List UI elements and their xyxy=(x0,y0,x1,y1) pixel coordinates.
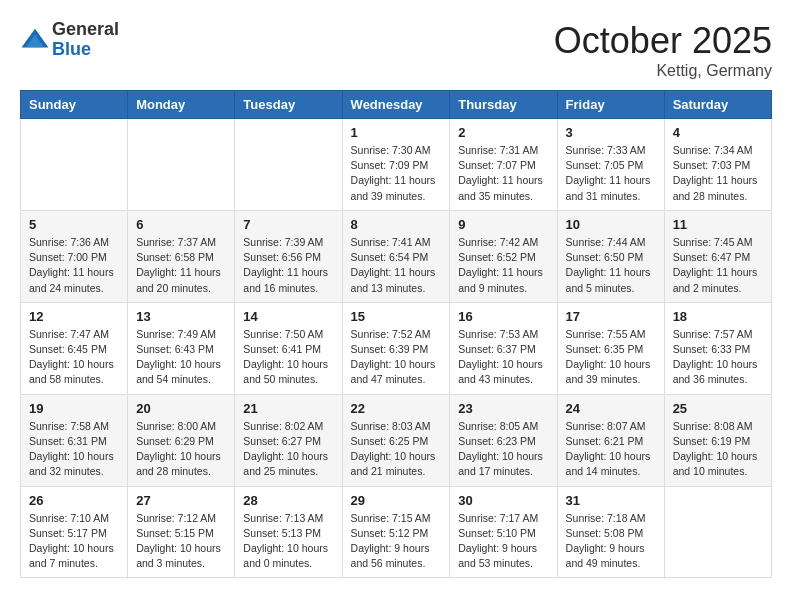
day-info: Sunrise: 7:18 AM Sunset: 5:08 PM Dayligh… xyxy=(566,511,656,572)
day-number: 9 xyxy=(458,217,548,232)
day-info: Sunrise: 8:02 AM Sunset: 6:27 PM Dayligh… xyxy=(243,419,333,480)
logo-icon xyxy=(20,25,50,55)
day-info: Sunrise: 7:45 AM Sunset: 6:47 PM Dayligh… xyxy=(673,235,763,296)
calendar-cell: 7Sunrise: 7:39 AM Sunset: 6:56 PM Daylig… xyxy=(235,210,342,302)
calendar-cell xyxy=(664,486,771,578)
day-number: 11 xyxy=(673,217,763,232)
day-number: 27 xyxy=(136,493,226,508)
calendar-week-row: 26Sunrise: 7:10 AM Sunset: 5:17 PM Dayli… xyxy=(21,486,772,578)
logo: General Blue xyxy=(20,20,119,60)
calendar-cell: 6Sunrise: 7:37 AM Sunset: 6:58 PM Daylig… xyxy=(128,210,235,302)
day-info: Sunrise: 7:52 AM Sunset: 6:39 PM Dayligh… xyxy=(351,327,442,388)
day-info: Sunrise: 7:41 AM Sunset: 6:54 PM Dayligh… xyxy=(351,235,442,296)
day-info: Sunrise: 7:13 AM Sunset: 5:13 PM Dayligh… xyxy=(243,511,333,572)
logo-blue: Blue xyxy=(52,40,119,60)
day-info: Sunrise: 7:53 AM Sunset: 6:37 PM Dayligh… xyxy=(458,327,548,388)
calendar-cell: 9Sunrise: 7:42 AM Sunset: 6:52 PM Daylig… xyxy=(450,210,557,302)
title-block: October 2025 Kettig, Germany xyxy=(554,20,772,80)
day-number: 1 xyxy=(351,125,442,140)
location: Kettig, Germany xyxy=(554,62,772,80)
calendar-cell: 26Sunrise: 7:10 AM Sunset: 5:17 PM Dayli… xyxy=(21,486,128,578)
day-number: 5 xyxy=(29,217,119,232)
weekday-header: Friday xyxy=(557,91,664,119)
calendar-week-row: 12Sunrise: 7:47 AM Sunset: 6:45 PM Dayli… xyxy=(21,302,772,394)
calendar-cell: 3Sunrise: 7:33 AM Sunset: 7:05 PM Daylig… xyxy=(557,119,664,211)
day-info: Sunrise: 7:37 AM Sunset: 6:58 PM Dayligh… xyxy=(136,235,226,296)
day-number: 31 xyxy=(566,493,656,508)
day-number: 15 xyxy=(351,309,442,324)
day-number: 30 xyxy=(458,493,548,508)
day-number: 21 xyxy=(243,401,333,416)
calendar-cell: 27Sunrise: 7:12 AM Sunset: 5:15 PM Dayli… xyxy=(128,486,235,578)
day-number: 10 xyxy=(566,217,656,232)
logo-general: General xyxy=(52,20,119,40)
day-number: 20 xyxy=(136,401,226,416)
day-info: Sunrise: 7:34 AM Sunset: 7:03 PM Dayligh… xyxy=(673,143,763,204)
day-number: 17 xyxy=(566,309,656,324)
calendar-cell xyxy=(128,119,235,211)
day-number: 7 xyxy=(243,217,333,232)
calendar-cell: 28Sunrise: 7:13 AM Sunset: 5:13 PM Dayli… xyxy=(235,486,342,578)
day-number: 6 xyxy=(136,217,226,232)
day-info: Sunrise: 7:36 AM Sunset: 7:00 PM Dayligh… xyxy=(29,235,119,296)
calendar-cell: 15Sunrise: 7:52 AM Sunset: 6:39 PM Dayli… xyxy=(342,302,450,394)
calendar-cell: 5Sunrise: 7:36 AM Sunset: 7:00 PM Daylig… xyxy=(21,210,128,302)
day-number: 24 xyxy=(566,401,656,416)
day-info: Sunrise: 7:50 AM Sunset: 6:41 PM Dayligh… xyxy=(243,327,333,388)
calendar-cell: 8Sunrise: 7:41 AM Sunset: 6:54 PM Daylig… xyxy=(342,210,450,302)
day-info: Sunrise: 7:44 AM Sunset: 6:50 PM Dayligh… xyxy=(566,235,656,296)
calendar-cell: 11Sunrise: 7:45 AM Sunset: 6:47 PM Dayli… xyxy=(664,210,771,302)
day-info: Sunrise: 8:00 AM Sunset: 6:29 PM Dayligh… xyxy=(136,419,226,480)
calendar-cell: 18Sunrise: 7:57 AM Sunset: 6:33 PM Dayli… xyxy=(664,302,771,394)
day-info: Sunrise: 7:58 AM Sunset: 6:31 PM Dayligh… xyxy=(29,419,119,480)
calendar-cell: 14Sunrise: 7:50 AM Sunset: 6:41 PM Dayli… xyxy=(235,302,342,394)
day-number: 14 xyxy=(243,309,333,324)
day-number: 29 xyxy=(351,493,442,508)
calendar-cell: 23Sunrise: 8:05 AM Sunset: 6:23 PM Dayli… xyxy=(450,394,557,486)
day-info: Sunrise: 7:30 AM Sunset: 7:09 PM Dayligh… xyxy=(351,143,442,204)
day-info: Sunrise: 8:08 AM Sunset: 6:19 PM Dayligh… xyxy=(673,419,763,480)
day-info: Sunrise: 8:07 AM Sunset: 6:21 PM Dayligh… xyxy=(566,419,656,480)
day-number: 22 xyxy=(351,401,442,416)
calendar-cell: 13Sunrise: 7:49 AM Sunset: 6:43 PM Dayli… xyxy=(128,302,235,394)
calendar-cell: 21Sunrise: 8:02 AM Sunset: 6:27 PM Dayli… xyxy=(235,394,342,486)
day-number: 12 xyxy=(29,309,119,324)
weekday-header: Monday xyxy=(128,91,235,119)
day-info: Sunrise: 7:15 AM Sunset: 5:12 PM Dayligh… xyxy=(351,511,442,572)
calendar-cell: 25Sunrise: 8:08 AM Sunset: 6:19 PM Dayli… xyxy=(664,394,771,486)
calendar-cell xyxy=(21,119,128,211)
calendar-cell: 10Sunrise: 7:44 AM Sunset: 6:50 PM Dayli… xyxy=(557,210,664,302)
weekday-header: Tuesday xyxy=(235,91,342,119)
day-info: Sunrise: 7:17 AM Sunset: 5:10 PM Dayligh… xyxy=(458,511,548,572)
day-info: Sunrise: 7:42 AM Sunset: 6:52 PM Dayligh… xyxy=(458,235,548,296)
day-info: Sunrise: 7:49 AM Sunset: 6:43 PM Dayligh… xyxy=(136,327,226,388)
day-number: 28 xyxy=(243,493,333,508)
day-number: 19 xyxy=(29,401,119,416)
calendar-cell: 20Sunrise: 8:00 AM Sunset: 6:29 PM Dayli… xyxy=(128,394,235,486)
calendar-cell: 31Sunrise: 7:18 AM Sunset: 5:08 PM Dayli… xyxy=(557,486,664,578)
day-info: Sunrise: 8:05 AM Sunset: 6:23 PM Dayligh… xyxy=(458,419,548,480)
day-info: Sunrise: 7:57 AM Sunset: 6:33 PM Dayligh… xyxy=(673,327,763,388)
calendar-cell: 17Sunrise: 7:55 AM Sunset: 6:35 PM Dayli… xyxy=(557,302,664,394)
calendar-week-row: 19Sunrise: 7:58 AM Sunset: 6:31 PM Dayli… xyxy=(21,394,772,486)
day-number: 26 xyxy=(29,493,119,508)
day-info: Sunrise: 7:39 AM Sunset: 6:56 PM Dayligh… xyxy=(243,235,333,296)
calendar-week-row: 1Sunrise: 7:30 AM Sunset: 7:09 PM Daylig… xyxy=(21,119,772,211)
calendar-cell: 2Sunrise: 7:31 AM Sunset: 7:07 PM Daylig… xyxy=(450,119,557,211)
calendar-cell: 19Sunrise: 7:58 AM Sunset: 6:31 PM Dayli… xyxy=(21,394,128,486)
calendar-table: SundayMondayTuesdayWednesdayThursdayFrid… xyxy=(20,90,772,578)
day-number: 25 xyxy=(673,401,763,416)
calendar-cell: 12Sunrise: 7:47 AM Sunset: 6:45 PM Dayli… xyxy=(21,302,128,394)
day-info: Sunrise: 7:31 AM Sunset: 7:07 PM Dayligh… xyxy=(458,143,548,204)
day-info: Sunrise: 7:33 AM Sunset: 7:05 PM Dayligh… xyxy=(566,143,656,204)
weekday-header: Wednesday xyxy=(342,91,450,119)
day-number: 23 xyxy=(458,401,548,416)
day-info: Sunrise: 7:55 AM Sunset: 6:35 PM Dayligh… xyxy=(566,327,656,388)
day-number: 3 xyxy=(566,125,656,140)
day-number: 4 xyxy=(673,125,763,140)
calendar-cell: 1Sunrise: 7:30 AM Sunset: 7:09 PM Daylig… xyxy=(342,119,450,211)
day-number: 16 xyxy=(458,309,548,324)
page-header: General Blue October 2025 Kettig, German… xyxy=(20,20,772,80)
calendar-cell: 22Sunrise: 8:03 AM Sunset: 6:25 PM Dayli… xyxy=(342,394,450,486)
day-info: Sunrise: 8:03 AM Sunset: 6:25 PM Dayligh… xyxy=(351,419,442,480)
